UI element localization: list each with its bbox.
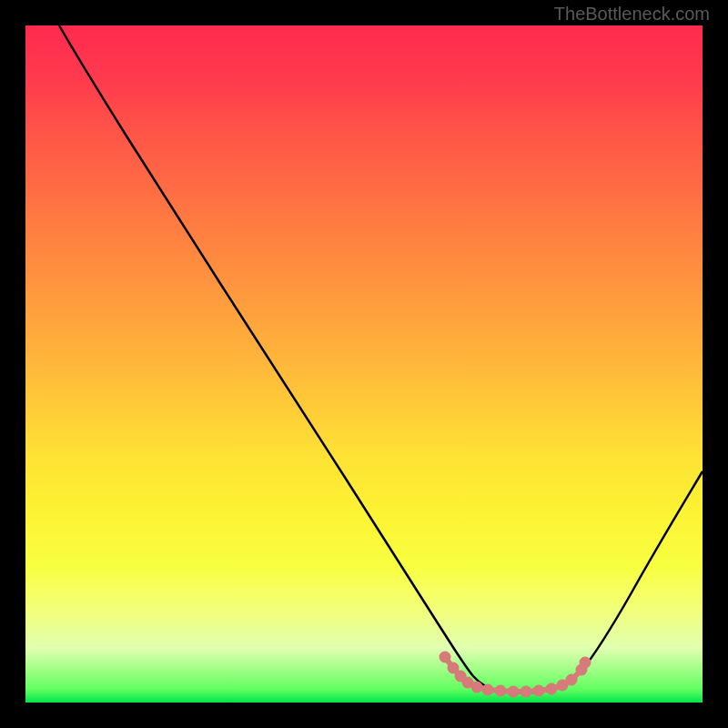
watermark: TheBottleneck.com <box>554 4 710 25</box>
plot-area <box>25 25 703 703</box>
main-curve-line <box>59 25 703 693</box>
chart-svg <box>25 25 703 703</box>
marker-dots <box>441 653 589 695</box>
